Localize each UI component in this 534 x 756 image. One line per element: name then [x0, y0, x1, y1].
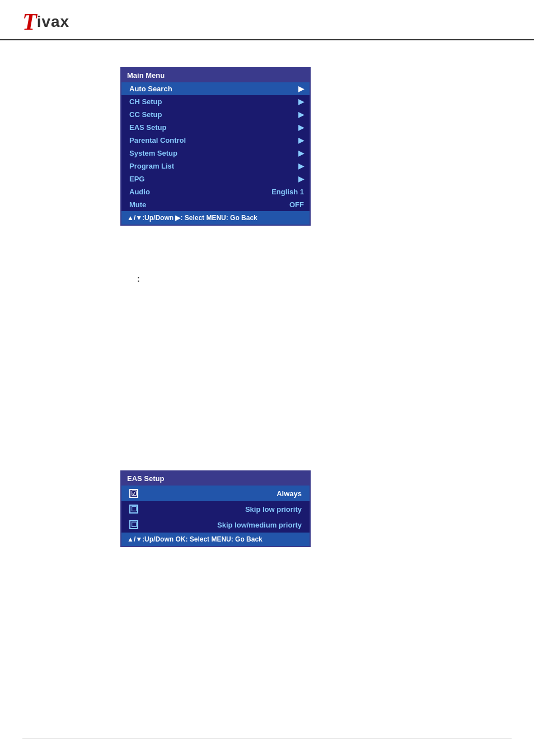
logo-t: T — [22, 10, 37, 34]
menu-item[interactable]: Program List▶ — [121, 160, 310, 172]
colon-separator: : — [137, 274, 140, 283]
main-menu-box: Main Menu Auto Search▶CH Setup▶CC Setup▶… — [120, 67, 311, 226]
eas-row[interactable]: ☐Skip low priority — [121, 501, 310, 517]
menu-item[interactable]: EAS Setup▶ — [121, 121, 310, 134]
menu-item[interactable]: CH Setup▶ — [121, 95, 310, 108]
main-menu-title: Main Menu — [121, 68, 310, 82]
footer-line — [22, 739, 512, 739]
menu-item[interactable]: CC Setup▶ — [121, 108, 310, 121]
logo-ivax: ivax — [37, 13, 70, 31]
menu-item[interactable]: MuteOFF — [121, 198, 310, 211]
main-menu-footer: ▲/▼:Up/Down ▶: Select MENU: Go Back — [121, 211, 310, 225]
header: T ivax — [0, 0, 534, 40]
eas-setup-box: EAS Setup ☑Always☐Skip low priority☐Skip… — [120, 470, 311, 547]
eas-row[interactable]: ☑Always — [121, 486, 310, 501]
menu-item[interactable]: Auto Search▶ — [121, 82, 310, 95]
menu-item[interactable]: Parental Control▶ — [121, 134, 310, 147]
eas-setup-title: EAS Setup — [121, 472, 310, 486]
eas-footer: ▲/▼:Up/Down OK: Select MENU: Go Back — [121, 533, 310, 546]
eas-row[interactable]: ☐Skip low/medium priorty — [121, 517, 310, 533]
menu-item[interactable]: EPG▶ — [121, 172, 310, 185]
menu-item[interactable]: AudioEnglish 1 — [121, 185, 310, 198]
menu-item[interactable]: System Setup▶ — [121, 147, 310, 160]
